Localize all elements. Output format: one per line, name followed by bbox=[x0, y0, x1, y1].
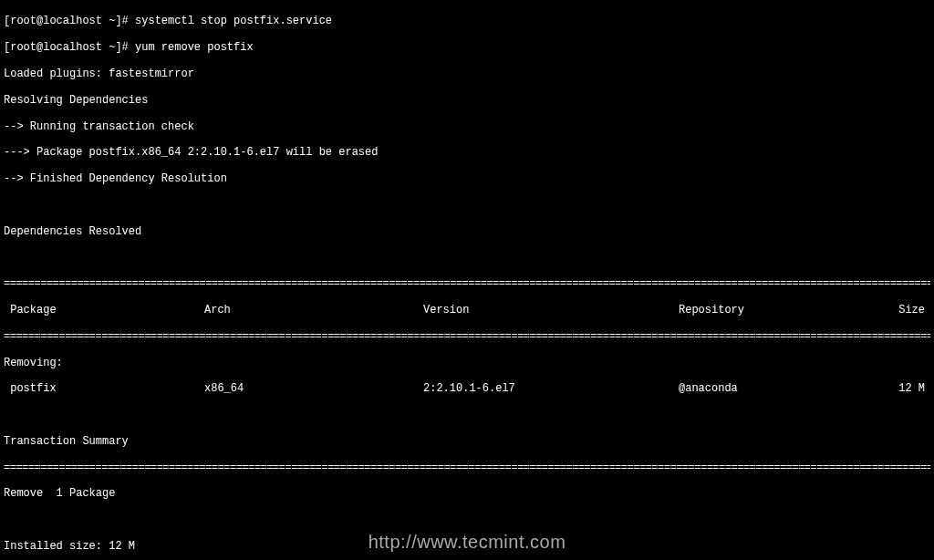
blank-line bbox=[4, 251, 930, 264]
separator-line: ========================================… bbox=[4, 461, 930, 474]
output-line: Loaded plugins: fastestmirror bbox=[4, 67, 930, 80]
col-arch-header: Arch bbox=[204, 304, 423, 316]
watermark-url: http://www.tecmint.com bbox=[368, 531, 566, 553]
col-repo-header: Repository bbox=[679, 304, 888, 316]
table-row: postfix x86_64 2:2.10.1-6.el7 @anaconda … bbox=[4, 382, 930, 395]
separator-line: ========================================… bbox=[4, 277, 930, 290]
shell-prompt: [root@localhost ~]# bbox=[4, 41, 135, 54]
transaction-summary-label: Transaction Summary bbox=[4, 435, 930, 448]
blank-line bbox=[4, 199, 930, 212]
command-input: yum remove postfix bbox=[135, 41, 254, 54]
removing-section-label: Removing: bbox=[4, 357, 930, 369]
output-line: --> Running transaction check bbox=[4, 120, 930, 133]
col-package-header: Package bbox=[4, 304, 204, 316]
pkg-version: 2:2.10.1-6.el7 bbox=[423, 382, 679, 395]
col-size-header: Size bbox=[888, 304, 930, 316]
output-line: ---> Package postfix.x86_64 2:2.10.1-6.e… bbox=[4, 146, 930, 159]
pkg-name: postfix bbox=[4, 382, 204, 395]
output-line: Resolving Dependencies bbox=[4, 94, 930, 107]
remove-count: Remove 1 Package bbox=[4, 487, 930, 500]
terminal-output[interactable]: [root@localhost ~]# systemctl stop postf… bbox=[0, 0, 934, 560]
separator-line: ========================================… bbox=[4, 330, 930, 343]
pkg-arch: x86_64 bbox=[204, 382, 423, 395]
blank-line bbox=[4, 409, 930, 421]
blank-line bbox=[4, 513, 930, 526]
command-input: systemctl stop postfix.service bbox=[135, 15, 332, 27]
shell-prompt: [root@localhost ~]# bbox=[4, 15, 135, 27]
pkg-size: 12 M bbox=[888, 382, 930, 395]
col-version-header: Version bbox=[423, 304, 679, 316]
output-line: --> Finished Dependency Resolution bbox=[4, 172, 930, 185]
output-line: Dependencies Resolved bbox=[4, 225, 930, 238]
pkg-repo: @anaconda bbox=[679, 382, 888, 395]
table-header-row: Package Arch Version Repository Size bbox=[4, 304, 930, 316]
